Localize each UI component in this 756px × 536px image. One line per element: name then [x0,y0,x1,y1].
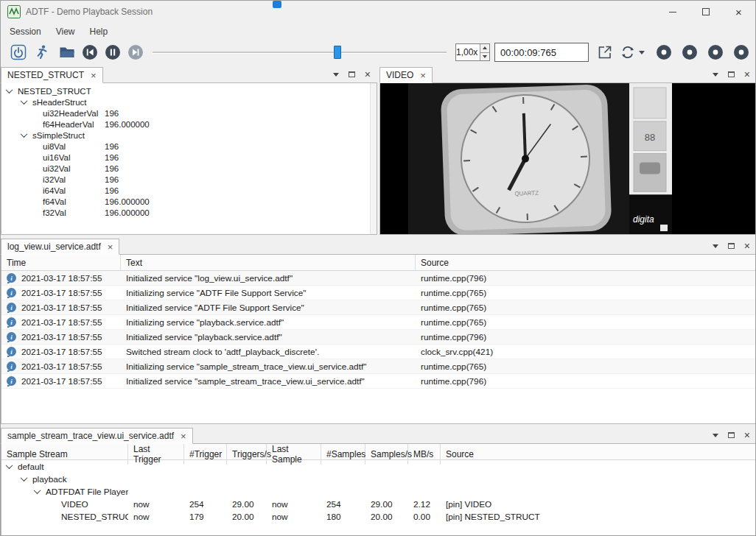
table-row[interactable]: i2021-03-17 18:57:55 Initialized service… [1,300,756,315]
dock-float-icon[interactable] [728,71,735,77]
menu-view[interactable]: View [49,24,83,39]
tab-sample-stream-trace[interactable]: sample_stream_trace_view.ui_service.adtf… [1,428,193,444]
expander-icon[interactable] [6,462,13,469]
tab-log-view[interactable]: log_view.ui_service.adtf × [1,239,119,255]
tree-item-label: sHeaderStruct [32,98,87,107]
tree-row[interactable]: i32Val196 [1,174,377,185]
expander-icon[interactable] [6,86,13,94]
vertical-scrollbar[interactable] [370,83,377,234]
dock-float-icon[interactable] [349,71,355,77]
column-header-last-trigger[interactable]: Last Trigger [128,444,184,465]
minimize-button[interactable] [656,1,689,23]
table-row[interactable]: NESTED_STRUCT now 179 20.00 now 180 20.0… [1,510,756,523]
playback-position-slider[interactable] [153,43,447,62]
dock-close-icon[interactable]: × [744,69,750,80]
column-header-text[interactable]: Text [121,255,416,270]
titlebar[interactable]: ADTF - Demo Playback Session × [1,1,755,23]
tree-item-label: f64Val [43,197,66,206]
cell-triggers-per-s: 29.00 [227,499,267,509]
marker-button-3[interactable] [707,44,724,60]
expander-icon[interactable] [34,487,41,494]
column-header-sample-count[interactable]: #Samples [321,444,365,465]
table-row[interactable]: i2021-03-17 18:57:55 Initialized service… [1,330,756,345]
table-row[interactable]: ADTFDAT File Player [1,485,756,498]
tree-item-label: i32Val [43,175,66,184]
dock-close-icon[interactable]: × [744,430,750,440]
column-header-source[interactable]: Source [441,444,756,465]
column-header-triggers-per-s[interactable]: Triggers/s [227,444,267,465]
loop-button[interactable] [617,43,637,63]
init-power-button[interactable] [8,43,28,63]
table-row[interactable]: i2021-03-17 18:57:55 Switched stream clo… [1,345,756,359]
dock-float-icon[interactable] [728,432,735,438]
dock-menu-icon[interactable] [713,73,718,77]
column-header-trigger-count[interactable]: #Trigger [184,444,227,465]
log-panel: log_view.ui_service.adtf × × Time Text S… [1,237,756,424]
tree-row[interactable]: sHeaderStruct [1,96,377,107]
table-row[interactable]: VIDEO now 254 29.00 now 254 29.00 2.12 [… [1,498,756,510]
run-button[interactable] [31,43,51,63]
table-row[interactable]: playback [1,473,756,485]
marker-button-1[interactable] [656,44,672,60]
tab-close-icon[interactable]: × [91,71,97,80]
maximize-button[interactable] [689,1,722,23]
tree-row[interactable]: f32Val196.000000 [1,207,377,218]
window-title: ADTF - Demo Playback Session [26,7,153,17]
tree-row[interactable]: ui32Val196 [1,163,377,174]
close-button[interactable]: × [722,1,755,23]
table-row[interactable]: i2021-03-17 18:57:55 Initialized service… [1,374,756,389]
tree-row[interactable]: ui32HeaderVal196 [1,107,377,119]
dock-menu-icon[interactable] [713,244,718,248]
tree-row[interactable]: NESTED_STRUCT [1,85,377,96]
table-row[interactable]: i2021-03-17 18:57:55 Initializing servic… [1,286,756,300]
cell-source: runtime.cpp(796) [416,273,756,283]
tree-item-value: 196.000000 [105,120,150,129]
pause-button[interactable] [102,43,122,63]
table-row[interactable]: i2021-03-17 18:57:55 Initializing servic… [1,315,756,330]
speed-decrease-button[interactable] [480,52,489,61]
table-row[interactable]: i2021-03-17 18:57:55 Initialized service… [1,271,756,286]
expander-icon[interactable] [21,130,28,138]
tree-row[interactable]: i64Val196 [1,185,377,196]
tree-row[interactable]: f64HeaderVal196.000000 [1,119,377,130]
tab-close-icon[interactable]: × [420,71,426,80]
sample-stream-trace-panel: sample_stream_trace_view.ui_service.adtf… [1,426,756,536]
dock-close-icon[interactable]: × [365,69,371,80]
dock-menu-icon[interactable] [713,434,718,437]
tab-close-icon[interactable]: × [181,431,186,441]
marker-button-2[interactable] [682,44,698,60]
tree-row[interactable]: sSimpleStruct [1,130,377,141]
column-header-time[interactable]: Time [1,255,121,270]
folder-icon [58,43,76,61]
dock-close-icon[interactable]: × [744,241,750,251]
tree-row[interactable]: f64Val196.000000 [1,196,377,207]
skip-to-start-button[interactable] [80,43,99,63]
tree-row[interactable]: ui16Val196 [1,152,377,163]
tree-item-label: f32Val [43,208,66,217]
column-header-mb-per-s[interactable]: MB/s [408,444,441,465]
tab-video[interactable]: VIDEO × [379,67,433,83]
menu-help[interactable]: Help [83,24,116,39]
speed-spinbox[interactable]: 1,00x [455,43,490,61]
step-forward-button[interactable] [125,43,145,63]
column-header-source[interactable]: Source [416,255,756,270]
dock-menu-icon[interactable] [333,73,339,77]
tree-item-value: 196 [105,153,119,162]
slider-handle[interactable] [334,46,341,59]
expander-icon[interactable] [21,474,28,482]
menu-session[interactable]: Session [2,24,49,39]
expander-icon[interactable] [21,97,28,105]
column-header-last-sample[interactable]: Last Sample [267,444,321,465]
dock-float-icon[interactable] [728,243,735,249]
loop-dropdown-button[interactable] [637,43,646,62]
column-header-samples-per-s[interactable]: Samples/s [365,444,408,465]
tree-row[interactable]: ui8Val196 [1,141,377,152]
table-row[interactable]: i2021-03-17 18:57:55 Initializing servic… [1,359,756,374]
open-file-button[interactable] [57,43,77,63]
export-button[interactable] [595,43,615,63]
marker-button-4[interactable] [733,44,749,60]
tab-close-icon[interactable]: × [108,242,113,252]
tab-nested-struct[interactable]: NESTED_STRUCT × [1,67,103,83]
speed-increase-button[interactable] [480,44,489,52]
speed-value: 1,00x [456,44,480,60]
